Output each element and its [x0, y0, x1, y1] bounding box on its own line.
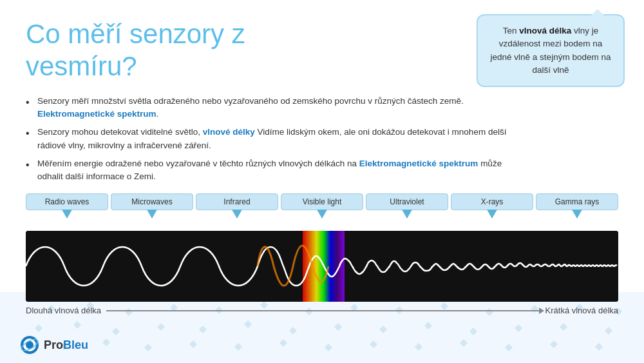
svg-marker-39 [550, 340, 558, 348]
wave-svg [26, 231, 618, 302]
highlight-vlnove-delky: vlnové délky [203, 127, 255, 137]
svg-marker-21 [334, 323, 342, 331]
svg-marker-16 [112, 328, 120, 335]
svg-marker-32 [234, 343, 242, 351]
spectrum-labels-row: Radio waves Microwaves Infrared Visible … [26, 193, 618, 210]
svg-marker-20 [289, 327, 297, 335]
logo-icon [19, 335, 40, 355]
spectrum-label-radio: Radio waves [26, 193, 108, 210]
spectrum-label-uv: Ultraviolet [366, 193, 448, 210]
logo-text: ProBleu [44, 338, 88, 352]
svg-marker-34 [325, 344, 332, 351]
spectrum-label-infrared: Infrared [196, 193, 278, 210]
svg-marker-15 [73, 321, 81, 329]
wavelength-arrow [106, 310, 540, 311]
bullet-item-3: Měřením energie odražené nebo vyzařované… [26, 157, 515, 184]
spectrum-section: Radio waves Microwaves Infrared Visible … [26, 193, 618, 315]
short-wavelength-label: Krátká vlnová délka [545, 306, 618, 315]
link-elektromagneticke-1[interactable]: Elektromagnetické spektrum [37, 109, 156, 119]
svg-marker-17 [157, 323, 165, 331]
long-wavelength-label: Dlouhá vlnová délka [26, 306, 101, 315]
bullet-list: Senzory měří množství světla odraženého … [26, 95, 515, 184]
svg-marker-35 [370, 340, 377, 348]
spectrum-label-xray: X-rays [451, 193, 533, 210]
svg-marker-29 [102, 338, 110, 346]
svg-marker-18 [199, 326, 207, 333]
svg-marker-23 [424, 322, 432, 329]
svg-marker-36 [415, 343, 422, 351]
svg-marker-33 [279, 339, 287, 347]
svg-marker-24 [469, 328, 477, 335]
svg-marker-27 [605, 327, 612, 335]
svg-marker-30 [144, 344, 152, 351]
spectrum-label-micro: Microwaves [111, 193, 193, 210]
speech-bubble: Ten vlnová délka vlny je vzdálenost mezi… [477, 14, 625, 87]
main-content: Co měří senzory z vesmíru? Ten vlnová dé… [0, 0, 644, 322]
svg-marker-25 [515, 324, 522, 332]
spectrum-label-visible: Visible light [281, 193, 363, 210]
svg-marker-22 [379, 326, 387, 333]
page-title: Co měří senzory z vesmíru? [26, 18, 348, 83]
svg-marker-26 [560, 323, 567, 331]
svg-marker-38 [505, 344, 513, 351]
svg-marker-31 [189, 340, 197, 348]
svg-marker-14 [35, 324, 43, 332]
wavelength-labels: Dlouhá vlnová délka Krátká vlnová délka [26, 306, 618, 315]
logo-area: ProBleu [19, 335, 88, 355]
bullet-item-2: Senzory mohou detekovat viditelné světlo… [26, 126, 515, 152]
svg-marker-40 [595, 343, 603, 351]
bullet-item-1: Senzory měří množství světla odraženého … [26, 95, 515, 121]
wave-diagram [26, 231, 618, 302]
svg-marker-37 [460, 339, 468, 347]
spectrum-label-gamma: Gamma rays [536, 193, 618, 210]
link-elektromagneticke-2[interactable]: Elektromagnetické spektrum [359, 159, 478, 168]
